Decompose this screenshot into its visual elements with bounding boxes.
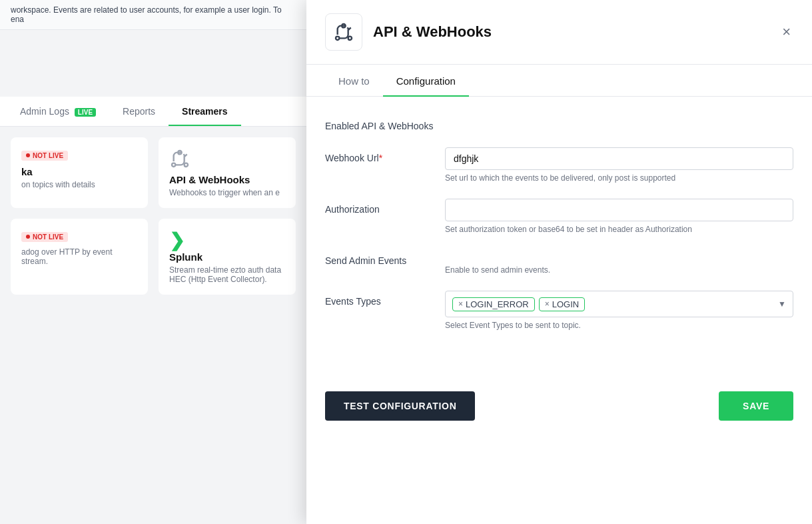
enabled-api-label: Enabled API & WebHooks (325, 115, 445, 131)
bg-card-not-live-2[interactable]: NOT LIVE adog over HTTP by event stream. (11, 219, 148, 295)
bg-card-title-4: Splunk (169, 251, 285, 263)
form-row-webhook-url: Webhook Url* Set url to which the events… (325, 147, 793, 183)
svg-point-0 (172, 163, 175, 167)
authorization-input[interactable] (445, 199, 793, 221)
modal-header: API & WebHooks × (306, 0, 812, 65)
authorization-label: Authorization (325, 199, 445, 215)
bg-tab-admin-logs[interactable]: Admin Logs LIVE (7, 97, 109, 126)
bg-card-api-webhooks[interactable]: API & WebHooks Webhooks to trigger when … (159, 137, 296, 208)
modal-footer: TEST CONFIGURATION SAVE (306, 378, 812, 434)
bg-tab-reports[interactable]: Reports (109, 97, 169, 126)
webhook-url-hint: Set url to which the events to be delive… (445, 173, 793, 183)
test-configuration-button[interactable]: TEST CONFIGURATION (325, 391, 475, 421)
workspace-text: workspace. Events are related to user ac… (11, 5, 282, 24)
bg-card-desc-2: Webhooks to trigger when an e (169, 188, 285, 197)
send-admin-events-hint: Enable to send admin events. (445, 265, 793, 275)
required-marker: * (379, 153, 382, 163)
modal-logo (325, 13, 362, 51)
webhook-icon-bg (169, 148, 285, 174)
svg-point-3 (336, 37, 339, 40)
bg-card-title-2: API & WebHooks (169, 174, 285, 185)
modal-title: API & WebHooks (373, 23, 769, 41)
webhook-url-field: Set url to which the events to be delive… (445, 147, 793, 183)
enabled-api-field (445, 115, 793, 127)
close-button[interactable]: × (779, 22, 793, 42)
tag-login-error: × LOGIN_ERROR (452, 297, 535, 311)
not-live-badge-1: NOT LIVE (21, 151, 68, 161)
splunk-icon-bg: ❯ (169, 229, 285, 251)
tab-how-to[interactable]: How to (325, 65, 383, 96)
toggle-knob (460, 117, 473, 130)
events-types-input[interactable]: × LOGIN_ERROR × LOGIN ▼ (445, 291, 793, 317)
events-types-dropdown-arrow[interactable]: ▼ (778, 299, 786, 309)
modal-tab-bar: How to Configuration (306, 65, 812, 97)
events-types-field: × LOGIN_ERROR × LOGIN ▼ Select Event Typ… (445, 291, 793, 330)
workspace-strip: workspace. Events are related to user ac… (0, 0, 306, 30)
bg-card-desc-4: Stream real-time ezto auth data HEC (Htt… (169, 265, 285, 284)
toggle-knob-off (446, 251, 460, 265)
form-row-send-admin-events: Send Admin Events Enable to send admin e… (325, 250, 793, 275)
bg-card-splunk[interactable]: ❯ Splunk Stream real-time ezto auth data… (159, 219, 296, 295)
modal-panel: API & WebHooks × How to Configuration En… (306, 0, 812, 524)
tag-login-close[interactable]: × (545, 300, 550, 308)
form-row-enabled-api: Enabled API & WebHooks (325, 115, 793, 131)
svg-point-1 (185, 163, 188, 167)
tag-login-error-close[interactable]: × (458, 300, 463, 308)
bg-card-not-live-1[interactable]: NOT LIVE ka on topics with details (11, 137, 148, 208)
tag-login-error-label: LOGIN_ERROR (466, 299, 529, 309)
bg-card-desc-3: adog over HTTP by event stream. (21, 247, 137, 266)
modal-body: Enabled API & WebHooks Webhook Url* Set … (306, 97, 812, 365)
tab-configuration[interactable]: Configuration (383, 65, 469, 96)
tag-login-label: LOGIN (552, 299, 579, 309)
bg-card-desc-1: on topics with details (21, 180, 137, 189)
live-badge: LIVE (75, 108, 96, 117)
tag-login: × LOGIN (539, 297, 585, 311)
form-row-events-types: Events Types × LOGIN_ERROR × LOGIN ▼ Sel… (325, 291, 793, 330)
events-types-hint: Select Event Types to be sent to topic. (445, 321, 793, 330)
authorization-hint: Set authorization token or base64 to be … (445, 225, 793, 234)
send-admin-events-label: Send Admin Events (325, 250, 445, 266)
svg-point-4 (348, 37, 352, 40)
not-live-badge-2: NOT LIVE (21, 232, 68, 242)
bg-tab-bar: Admin Logs LIVE Reports Streamers (0, 97, 306, 127)
bg-card-grid: NOT LIVE ka on topics with details API &… (0, 127, 306, 305)
webhook-url-input[interactable] (445, 147, 793, 170)
bg-tab-streamers[interactable]: Streamers (169, 97, 241, 126)
background-page: workspace. Events are related to user ac… (0, 0, 306, 524)
save-button[interactable]: SAVE (719, 391, 793, 421)
bg-card-title-1: ka (21, 166, 137, 177)
webhook-url-label: Webhook Url* (325, 147, 445, 163)
events-types-label: Events Types (325, 291, 445, 307)
send-admin-events-field: Enable to send admin events. (445, 250, 793, 275)
authorization-field: Set authorization token or base64 to be … (445, 199, 793, 234)
form-row-authorization: Authorization Set authorization token or… (325, 199, 793, 234)
